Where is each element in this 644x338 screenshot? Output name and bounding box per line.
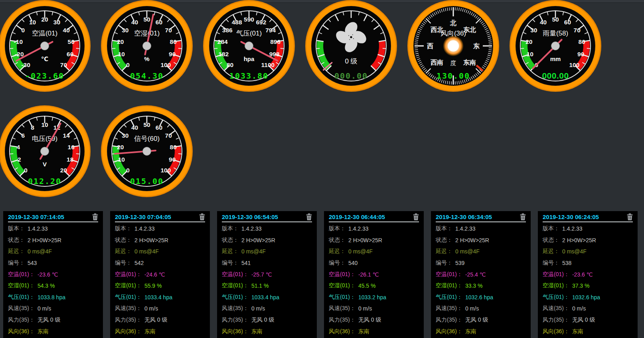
needle-hub: [245, 42, 253, 50]
delete-record-button[interactable]: [199, 213, 205, 221]
field-label: 气压(01)：: [436, 294, 462, 301]
field-version: 版本： 1.4.2.33: [222, 223, 312, 235]
dial-label: 60: [564, 19, 571, 26]
dial-label: 2: [18, 156, 21, 163]
field-serial: 编号： 543: [8, 257, 98, 269]
dial-label: 20: [117, 38, 124, 45]
delete-record-button[interactable]: [520, 213, 526, 221]
dial-label: 80: [579, 38, 585, 45]
field-wind_dir: 风向(36)： 东南: [329, 326, 419, 337]
field-value: 539: [455, 260, 464, 266]
dial-label: 182: [218, 51, 229, 57]
dial-label: 0: [126, 61, 130, 68]
gauge-value-display: 012.20: [28, 176, 61, 186]
record-card-header: 2019-12-30 06:54:05: [222, 211, 312, 221]
field-label: 风向(36)：: [329, 328, 356, 335]
record-card: 2019-12-30 06:44:05 版本： 1.4.2.33 状态： 2 H…: [324, 211, 424, 338]
field-label: 空湿(01)：: [222, 282, 249, 289]
delete-record-button[interactable]: [413, 213, 419, 221]
dial-label: 0: [24, 167, 28, 174]
header-divider: [329, 221, 419, 222]
record-card-header: 2019-12-30 06:24:05: [543, 211, 633, 221]
field-serial: 编号： 539: [436, 257, 526, 269]
field-temp: 空温(01)： -23.6 ℃: [8, 269, 98, 280]
dial-label: 80: [170, 38, 177, 45]
field-value: 东南: [144, 328, 156, 335]
field-label: 风向(36)：: [115, 328, 142, 335]
field-value: 东南: [572, 328, 583, 335]
needle-hub: [143, 42, 151, 50]
field-status: 状态： 2 H>0W>25R: [543, 235, 633, 246]
field-status: 状态： 2 H>0W>25R: [436, 235, 526, 246]
field-value: 无风 0 级: [251, 316, 275, 324]
field-value: 东南: [358, 328, 369, 335]
delete-record-button[interactable]: [626, 213, 633, 221]
dial-label: 40: [131, 124, 138, 131]
record-timestamp: 2019-12-30 06:44:05: [329, 213, 385, 220]
dial-label: 60: [156, 124, 162, 131]
field-value: 2 H>0W>25R: [562, 237, 596, 243]
dial-label: 8: [31, 124, 34, 131]
field-delay: 延迟： 0 ms@4F: [8, 246, 98, 257]
field-wind_dir: 风向(36)： 东南: [115, 326, 205, 337]
field-label: 空温(01)：: [543, 271, 569, 278]
record-fields: 版本： 1.4.2.33 状态： 2 H>0W>25R 延迟： 0 ms@4F …: [8, 223, 98, 337]
delete-record-button[interactable]: [92, 213, 98, 221]
direction-label: 北: [450, 20, 456, 26]
delete-record-button[interactable]: [306, 213, 312, 221]
dial-label: 40: [540, 19, 547, 26]
field-value: 0 m/s: [251, 305, 265, 312]
dial-label: 60: [67, 51, 73, 57]
field-value: 541: [241, 260, 251, 266]
field-pressure: 气压(01)： 1033.8 hpa: [8, 292, 98, 303]
field-delay: 延迟： 0 ms@4F: [436, 246, 526, 257]
field-label: 风速(35)：: [329, 305, 356, 312]
field-label: 版本：: [222, 225, 239, 232]
dial-label: 284: [217, 38, 228, 45]
field-value: 东南: [38, 328, 49, 335]
field-value: 45.5 %: [358, 283, 376, 289]
field-label: 编号：: [115, 259, 132, 267]
field-label: 空温(01)：: [436, 271, 462, 278]
field-wind_dir: 风向(36)： 东南: [543, 326, 633, 337]
dial-label: 692: [256, 19, 266, 26]
field-value: 1.4.2.33: [455, 225, 476, 232]
field-label: 风速(35)：: [543, 305, 569, 312]
field-wind_power: 风力(35)： 无风 0 级: [115, 314, 205, 326]
field-value: 538: [562, 260, 571, 266]
field-value: 542: [134, 260, 144, 266]
field-temp: 空温(01)： -25.4 ℃: [436, 269, 526, 280]
record-fields: 版本： 1.4.2.33 状态： 2 H>0W>25R 延迟： 0 ms@4F …: [222, 223, 312, 337]
field-label: 空温(01)：: [8, 271, 35, 278]
dial-label: 10: [29, 19, 36, 26]
field-label: 风速(35)：: [115, 305, 142, 312]
field-wind_dir: 风向(36)： 东南: [8, 326, 98, 337]
field-value: 2 H>0W>25R: [134, 237, 168, 243]
dial-label: 100: [160, 167, 171, 174]
field-temp: 空温(01)： -25.7 ℃: [222, 269, 312, 280]
field-value: 1033.2 hpa: [358, 294, 386, 300]
trash-icon: [92, 213, 98, 220]
field-value: 无风 0 级: [358, 316, 381, 324]
field-value: 无风 0 级: [144, 316, 168, 324]
field-pressure: 气压(01)： 1032.6 hpa: [543, 292, 633, 303]
record-fields: 版本： 1.4.2.33 状态： 2 H>0W>25R 延迟： 0 ms@4F …: [329, 223, 419, 337]
dial-label: 70: [165, 132, 172, 139]
dial-label: 4: [16, 144, 20, 150]
field-wind_power: 风力(35)： 无风 0 级: [543, 314, 633, 326]
dial-label: 794: [265, 27, 276, 34]
field-label: 风速(35)：: [222, 305, 249, 312]
field-label: 延迟：: [8, 248, 25, 255]
record-timestamp: 2019-12-30 06:54:05: [222, 213, 278, 220]
dial-label: 30: [122, 132, 128, 139]
dial-label: 90: [169, 51, 176, 57]
trash-icon: [306, 213, 312, 220]
record-timestamp: 2019-12-30 06:34:05: [436, 213, 492, 220]
field-value: 0 m/s: [358, 305, 372, 312]
field-label: 气压(01)：: [115, 294, 142, 301]
field-wind_power: 风力(35)： 无风 0 级: [436, 314, 526, 326]
dial-label: 16: [68, 144, 75, 150]
gauge-row-2: 02468101214161820电压(59)V 012.20 01020304…: [0, 105, 602, 198]
trash-icon: [413, 213, 419, 220]
field-wind_power: 风力(35)： 无风 0 级: [329, 314, 419, 326]
